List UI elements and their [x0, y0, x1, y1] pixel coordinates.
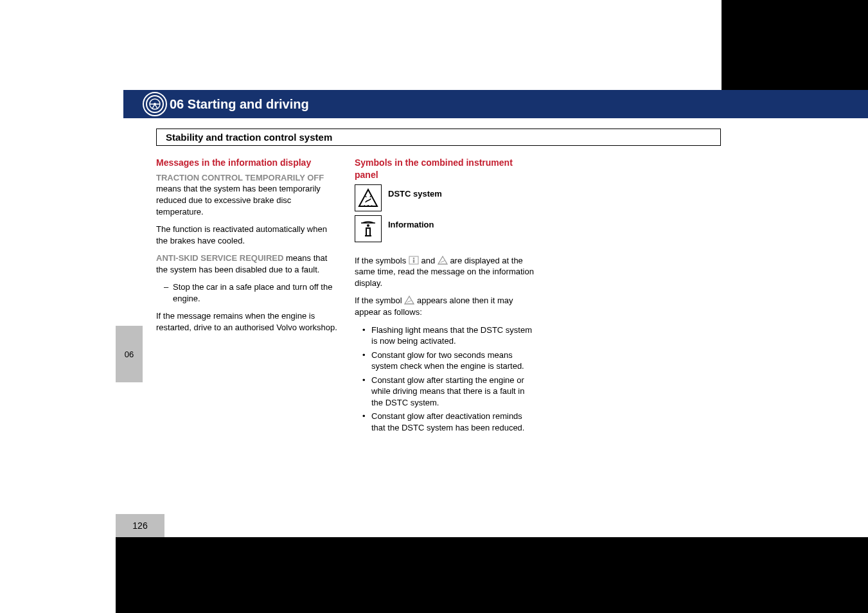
info-book-icon: [355, 215, 382, 242]
svg-point-1: [154, 103, 156, 105]
svg-point-3: [367, 224, 369, 227]
col2-heading: Symbols in the combined instrument panel: [355, 157, 538, 181]
bullet-item: Constant glow for two seconds means syst…: [362, 350, 538, 372]
msg-code-1: TRACTION CONTROL TEMPORARILY OFF: [156, 173, 324, 182]
info-label: Information: [388, 215, 434, 231]
svg-marker-8: [438, 256, 447, 264]
left-margin: [0, 0, 116, 613]
inline-triangle-icon: [438, 256, 448, 265]
dstc-triangle-icon: [355, 184, 382, 211]
section-title: Stability and traction control system: [166, 132, 332, 143]
col2-para-1: If the symbols and are displayed at the …: [355, 255, 538, 289]
p1b: and: [421, 256, 437, 265]
section-title-box: Stability and traction control system: [156, 129, 721, 146]
chapter-title: 06 Starting and driving: [170, 97, 309, 112]
p2a: If the symbol: [355, 296, 404, 305]
bullet-item: Constant glow after starting the engine …: [362, 375, 538, 409]
side-tab-label: 06: [125, 350, 134, 359]
msg-code-2: ANTI-SKID SERVICE REQUIRED: [156, 253, 283, 263]
column-left: Messages in the information display TRAC…: [156, 157, 339, 440]
col1-dash-list: Stop the car in a safe place and turn of…: [156, 281, 339, 304]
col1-heading: Messages in the information display: [156, 157, 339, 169]
col2-para-2: If the symbol appears alone then it may …: [355, 295, 538, 317]
inline-triangle-icon-2: [404, 296, 414, 305]
col2-bullet-list: Flashing light means that the DSTC syste…: [355, 324, 538, 434]
content-columns: Messages in the information display TRAC…: [156, 157, 538, 440]
dstc-label: DSTC system: [388, 184, 442, 200]
page-number-value: 126: [132, 520, 147, 531]
svg-marker-9: [405, 296, 414, 304]
svg-rect-4: [366, 228, 370, 236]
dash-item: Stop the car in a safe place and turn of…: [164, 281, 339, 304]
svg-rect-7: [413, 260, 414, 263]
col1-para-1b: The function is reactivated automaticall…: [156, 224, 339, 246]
col1-para-3: If the message remains when the engine i…: [156, 310, 339, 333]
steering-wheel-icon: [146, 95, 164, 113]
col1-para-2: ANTI-SKID SERVICE REQUIRED means that th…: [156, 253, 339, 275]
top-black-band: [722, 0, 868, 90]
svg-marker-2: [359, 190, 377, 206]
side-chapter-tab: 06: [116, 326, 143, 382]
bottom-black-band: [116, 537, 868, 613]
bullet-item: Flashing light means that the DSTC syste…: [362, 324, 538, 347]
symbol-row-dstc: DSTC system: [355, 184, 538, 213]
p1a: If the symbols: [355, 256, 409, 265]
chapter-icon: [143, 92, 167, 116]
svg-point-6: [413, 257, 415, 259]
inline-info-icon: [409, 256, 419, 265]
msg-rest-1: means that the system has been temporari…: [156, 184, 321, 216]
symbol-row-info: Information: [355, 215, 538, 244]
column-right: Symbols in the combined instrument panel…: [355, 157, 538, 440]
col1-para-1: TRACTION CONTROL TEMPORARILY OFF means t…: [156, 172, 339, 217]
chapter-header: 06 Starting and driving: [123, 90, 868, 118]
page-number: 126: [116, 514, 164, 537]
bullet-item: Constant glow after deactivation reminds…: [362, 411, 538, 433]
